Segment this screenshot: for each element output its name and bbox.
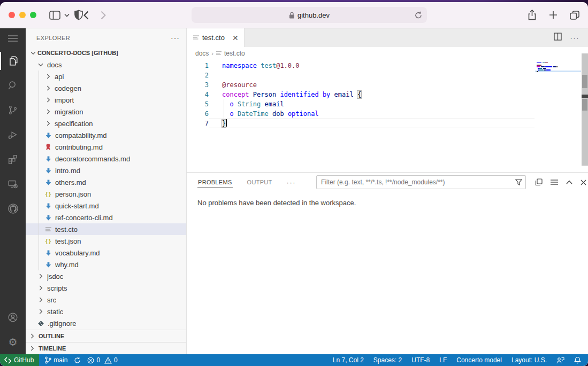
tree-item-specification[interactable]: specification	[26, 118, 186, 129]
tree-item-migration[interactable]: migration	[26, 106, 186, 118]
tab-problems[interactable]: PROBLEMS	[197, 177, 233, 188]
notifications-button[interactable]	[569, 354, 588, 366]
code-line-7[interactable]: 7}	[187, 119, 588, 128]
tree-item-src[interactable]: src	[26, 294, 186, 306]
status-cursor-position[interactable]: Ln 7, Col 2	[328, 354, 369, 366]
search-icon[interactable]	[0, 73, 26, 98]
source-control-icon[interactable]	[0, 98, 26, 122]
tree-item-label: test.json	[55, 237, 81, 245]
chevron-down-icon	[29, 49, 37, 57]
code-line-6[interactable]: 6 o DateTime dob optional	[187, 109, 588, 119]
status-eol[interactable]: LF	[434, 354, 452, 366]
tab-output[interactable]: OUTPUT	[247, 177, 273, 188]
tree-item-label: migration	[55, 108, 83, 116]
status-language-mode[interactable]: Concerto model	[452, 354, 507, 366]
url-text: github.dev	[297, 11, 330, 19]
tree-item-test-cto[interactable]: test.cto	[26, 223, 186, 235]
sync-button[interactable]	[71, 354, 84, 366]
tree-item-why-md[interactable]: why.md	[26, 259, 186, 270]
panel-more-tabs-icon[interactable]: ···	[287, 178, 296, 186]
tree-item-others-md[interactable]: others.md	[26, 176, 186, 188]
zoom-window-button[interactable]	[30, 12, 36, 18]
minimize-window-button[interactable]	[19, 12, 26, 18]
tree-root-folder[interactable]: CONCERTO-DOCS [GITHUB]	[26, 47, 186, 59]
split-editor-icon[interactable]	[554, 33, 562, 43]
tree-item-docs[interactable]: docs	[26, 59, 186, 71]
tree-item-scripts[interactable]: scripts	[26, 282, 186, 294]
tree-item-static[interactable]: static	[26, 306, 186, 317]
code-line-5[interactable]: 5 o String email	[187, 99, 588, 109]
maximize-panel-icon[interactable]	[566, 180, 572, 184]
code-line-3[interactable]: 3@resource	[187, 80, 588, 90]
sidebar-sections: OUTLINETIMELINE	[26, 330, 186, 354]
branch-indicator[interactable]: main	[41, 354, 71, 366]
tab-test-cto[interactable]: test.cto ✕	[187, 28, 245, 47]
tree-item-intro-md[interactable]: intro.md	[26, 165, 186, 176]
tree-item-jsdoc[interactable]: jsdoc	[26, 270, 186, 282]
editor-more-actions-icon[interactable]: ···	[570, 34, 580, 42]
github-icon[interactable]	[0, 196, 26, 221]
new-tab-icon[interactable]	[549, 10, 558, 20]
status-indentation[interactable]: Spaces: 2	[369, 354, 407, 366]
sync-icon	[74, 357, 81, 364]
reload-icon[interactable]	[415, 11, 422, 19]
chevron-down-icon	[36, 60, 45, 69]
feedback-button[interactable]	[552, 354, 569, 366]
section-timeline[interactable]: TIMELINE	[26, 342, 186, 354]
tree-item-compatability-md[interactable]: compatability.md	[26, 129, 186, 141]
problems-filter-input[interactable]	[316, 175, 526, 189]
share-icon[interactable]	[528, 10, 537, 20]
breadcrumb: docs › test.cto	[187, 47, 588, 60]
minimap[interactable]	[537, 61, 579, 72]
status-keyboard-layout[interactable]: Layout: U.S.	[507, 354, 552, 366]
explorer-icon[interactable]	[0, 49, 26, 73]
tree-item-quick-start-md[interactable]: quick-start.md	[26, 200, 186, 212]
code-line-2[interactable]: 2	[187, 71, 588, 80]
explorer-more-actions-icon[interactable]: ···	[171, 34, 180, 42]
account-icon[interactable]	[0, 305, 26, 330]
code-line-1[interactable]: 1namespace test@1.0.0	[187, 61, 588, 71]
tab-overview-icon[interactable]	[570, 10, 579, 20]
close-window-button[interactable]	[9, 12, 15, 18]
code-editor[interactable]: 1namespace test@1.0.023@resource4concept…	[187, 60, 588, 172]
tree-item-api[interactable]: api	[26, 71, 186, 82]
privacy-shield-icon[interactable]	[74, 10, 83, 20]
tree-item-label: compatability.md	[55, 131, 107, 139]
status-encoding[interactable]: UTF-8	[407, 354, 434, 366]
copy-problems-icon[interactable]	[535, 178, 543, 186]
sidebar-toggle-icon[interactable]	[49, 11, 60, 20]
view-as-table-icon[interactable]	[551, 179, 558, 185]
remote-indicator[interactable]: GitHub	[0, 354, 39, 366]
forward-button[interactable]	[101, 11, 106, 20]
tree-item-codegen[interactable]: codegen	[26, 82, 186, 94]
tree-item--gitignore[interactable]: .gitignore	[26, 317, 186, 329]
editor-scrollbar[interactable]	[582, 53, 588, 166]
line-number: 4	[187, 90, 209, 99]
close-tab-icon[interactable]: ✕	[232, 34, 239, 42]
explorer-sidebar: EXPLORER ··· CONCERTO-DOCS [GITHUB]docsa…	[26, 28, 187, 354]
code-line-4[interactable]: 4concept Person identified by email {	[187, 90, 588, 99]
breadcrumb-file[interactable]: test.cto	[224, 50, 245, 57]
extensions-icon[interactable]	[0, 147, 26, 172]
tree-item-import[interactable]: import	[26, 94, 186, 106]
run-debug-icon[interactable]	[0, 122, 26, 147]
menu-icon[interactable]	[0, 28, 26, 49]
tree-item-label: docs	[47, 61, 62, 69]
remote-explorer-icon[interactable]	[0, 172, 26, 196]
address-bar[interactable]: github.dev	[192, 7, 427, 23]
close-panel-icon[interactable]	[581, 180, 586, 185]
tree-item-person-json[interactable]: {}person.json	[26, 188, 186, 200]
back-button[interactable]	[83, 11, 89, 20]
settings-icon[interactable]: ⚙	[0, 330, 26, 354]
chevron-right-icon	[36, 295, 45, 304]
breadcrumb-folder[interactable]: docs	[195, 50, 209, 57]
tree-item-decoratorcommands-md[interactable]: decoratorcommands.md	[26, 153, 186, 165]
sidebar-menu-chevron-icon[interactable]	[64, 13, 70, 17]
tree-item-vocabulary-md[interactable]: vocabulary.md	[26, 247, 186, 259]
tree-item-ref-concerto-cli-md[interactable]: ref-concerto-cli.md	[26, 212, 186, 223]
tree-item-contributing-md[interactable]: contributing.md	[26, 141, 186, 153]
problems-indicator[interactable]: 0 0	[84, 354, 120, 366]
tree-item-test-json[interactable]: {}test.json	[26, 235, 186, 247]
tree-item-label: scripts	[47, 284, 67, 292]
section-outline[interactable]: OUTLINE	[26, 330, 186, 342]
